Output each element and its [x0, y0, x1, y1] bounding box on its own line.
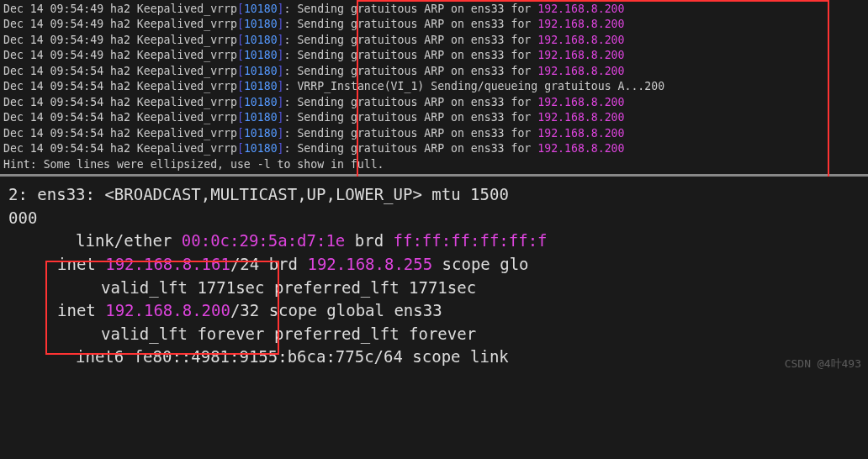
- mac-broadcast: ff:ff:ff:ff:ff:f: [394, 231, 548, 250]
- log-host: ha2: [110, 80, 130, 92]
- log-line: Dec 14 09:54:49 ha2 Keepalived_vrrp[1018…: [3, 33, 865, 48]
- log-pid: 10180: [244, 96, 278, 108]
- log-process: Keepalived_vrrp: [137, 49, 237, 61]
- log-host: ha2: [110, 49, 130, 61]
- log-pid: 10180: [244, 142, 278, 155]
- log-message: Sending gratuitous ARP on ens33 for: [297, 96, 537, 108]
- interface-header-1: 2: ens33: <BROADCAST,MULTICAST,UP,LOWER_…: [8, 183, 860, 207]
- log-line: Dec 14 09:54:54 ha2 Keepalived_vrrp[1018…: [3, 79, 865, 94]
- log-host: ha2: [110, 142, 130, 155]
- log-ip-address: 192.168.8.200: [537, 127, 624, 140]
- log-line: Dec 14 09:54:49 ha2 Keepalived_vrrp[1018…: [3, 17, 865, 32]
- hint-line: Hint: Some lines were ellipsized, use -l…: [3, 157, 865, 172]
- log-process: Keepalived_vrrp: [137, 142, 237, 155]
- mac-address: 00:0c:29:5a:d7:1e: [182, 231, 345, 250]
- log-pid: 10180: [244, 18, 278, 30]
- log-timestamp: Dec 14 09:54:49: [3, 49, 103, 61]
- log-process: Keepalived_vrrp: [137, 3, 237, 15]
- log-pid: 10180: [244, 34, 278, 46]
- log-message: Sending gratuitous ARP on ens33 for: [297, 3, 537, 15]
- log-message: Sending gratuitous ARP on ens33 for: [297, 111, 537, 124]
- log-host: ha2: [110, 111, 130, 124]
- log-message: Sending gratuitous ARP on ens33 for: [297, 49, 537, 61]
- log-timestamp: Dec 14 09:54:54: [3, 111, 103, 124]
- log-host: ha2: [110, 65, 130, 77]
- log-ip-address: 192.168.8.200: [537, 111, 624, 124]
- log-host: ha2: [110, 18, 130, 30]
- log-timestamp: Dec 14 09:54:54: [3, 127, 103, 140]
- log-process: Keepalived_vrrp: [137, 34, 237, 46]
- log-line: Dec 14 09:54:54 ha2 Keepalived_vrrp[1018…: [3, 95, 865, 110]
- ip-addr-output: 2: ens33: <BROADCAST,MULTICAST,UP,LOWER_…: [0, 177, 868, 375]
- log-pid: 10180: [244, 3, 278, 15]
- inet-ip-1: 192.168.8.161: [105, 255, 230, 273]
- log-timestamp: Dec 14 09:54:49: [3, 18, 103, 30]
- log-timestamp: Dec 14 09:54:49: [3, 3, 103, 15]
- log-line: Dec 14 09:54:54 ha2 Keepalived_vrrp[1018…: [3, 110, 865, 125]
- inet-line-1: inet 192.168.8.161/24 brd 192.168.8.255 …: [57, 253, 860, 277]
- log-message: Sending gratuitous ARP on ens33 for: [297, 34, 537, 46]
- valid-lft-2: valid_lft forever preferred_lft forever: [101, 323, 860, 346]
- valid-lft-1: valid_lft 1771sec preferred_lft 1771sec: [101, 277, 860, 300]
- log-line: Dec 14 09:54:54 ha2 Keepalived_vrrp[1018…: [3, 126, 865, 141]
- log-process: Keepalived_vrrp: [137, 18, 237, 30]
- log-ip-address: 192.168.8.200: [537, 34, 624, 46]
- log-message: Sending gratuitous ARP on ens33 for: [297, 142, 537, 155]
- keepalived-log-output: Dec 14 09:54:49 ha2 Keepalived_vrrp[1018…: [0, 0, 868, 177]
- log-message: Sending gratuitous ARP on ens33 for: [297, 127, 537, 140]
- log-timestamp: Dec 14 09:54:54: [3, 65, 103, 77]
- log-timestamp: Dec 14 09:54:54: [3, 96, 103, 108]
- log-timestamp: Dec 14 09:54:49: [3, 34, 103, 46]
- log-line: Dec 14 09:54:54 ha2 Keepalived_vrrp[1018…: [3, 64, 865, 79]
- log-message: VRRP_Instance(VI_1) Sending/queueing gra…: [297, 80, 664, 92]
- log-line: Dec 14 09:54:49 ha2 Keepalived_vrrp[1018…: [3, 48, 865, 63]
- log-ip-address: 192.168.8.200: [537, 18, 624, 30]
- log-line: Dec 14 09:54:54 ha2 Keepalived_vrrp[1018…: [3, 141, 865, 156]
- log-ip-address: 192.168.8.200: [537, 96, 624, 108]
- log-host: ha2: [110, 34, 130, 46]
- interface-header-2: 000: [8, 207, 860, 230]
- log-timestamp: Dec 14 09:54:54: [3, 142, 103, 155]
- log-ip-address: 192.168.8.200: [537, 142, 624, 155]
- log-process: Keepalived_vrrp: [137, 80, 237, 92]
- log-process: Keepalived_vrrp: [137, 65, 237, 77]
- log-process: Keepalived_vrrp: [137, 96, 237, 108]
- log-ip-address: 192.168.8.200: [537, 49, 624, 61]
- inet-ip-2: 192.168.8.200: [105, 301, 230, 319]
- log-pid: 10180: [244, 111, 278, 124]
- log-pid: 10180: [244, 127, 278, 140]
- log-host: ha2: [110, 3, 130, 15]
- log-line: Dec 14 09:54:49 ha2 Keepalived_vrrp[1018…: [3, 2, 865, 17]
- log-pid: 10180: [244, 80, 278, 92]
- log-ip-address: 192.168.8.200: [537, 3, 624, 15]
- log-pid: 10180: [244, 49, 278, 61]
- log-message: Sending gratuitous ARP on ens33 for: [297, 65, 537, 77]
- log-host: ha2: [110, 96, 130, 108]
- link-ether-label: link/ether: [76, 231, 182, 250]
- link-ether-line: link/ether 00:0c:29:5a:d7:1e brd ff:ff:f…: [76, 230, 860, 253]
- log-message: Sending gratuitous ARP on ens33 for: [297, 18, 537, 30]
- inet-line-2: inet 192.168.8.200/32 scope global ens33: [57, 299, 860, 323]
- log-pid: 10180: [244, 65, 278, 77]
- log-host: ha2: [110, 127, 130, 140]
- log-process: Keepalived_vrrp: [137, 111, 237, 124]
- log-ip-address: 192.168.8.200: [537, 65, 624, 77]
- inet6-line: inet6 fe80::4981:9155:b6ca:775c/64 scope…: [76, 346, 860, 369]
- inet-broadcast-1: 192.168.8.255: [307, 255, 432, 273]
- log-process: Keepalived_vrrp: [137, 127, 237, 140]
- csdn-watermark: CSDN @4叶493: [785, 356, 861, 372]
- log-timestamp: Dec 14 09:54:54: [3, 80, 103, 92]
